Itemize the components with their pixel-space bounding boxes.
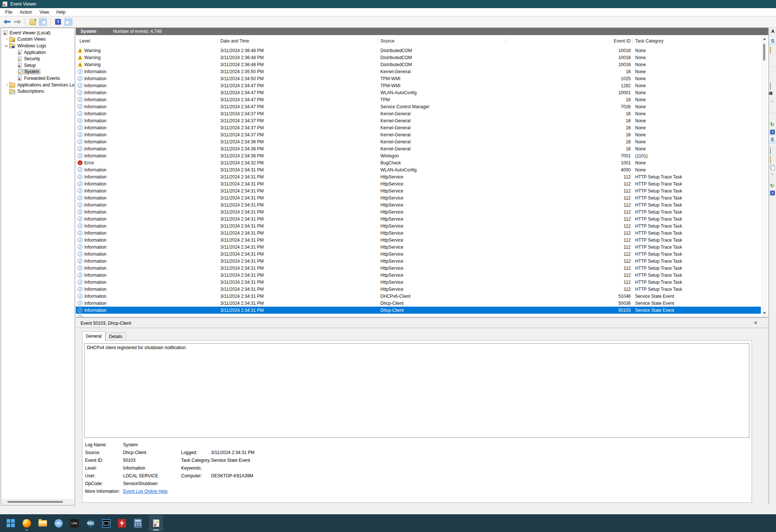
sidebar-item-windows-logs[interactable]: Windows Logs: [1, 42, 75, 49]
event-row[interactable]: !Warning3/11/2024 2:36:48 PMDistributedC…: [76, 61, 761, 68]
actions-section-system[interactable]: S: [769, 37, 776, 45]
event-row[interactable]: iInformation3/11/2024 2:34:31 PMWLAN-Aut…: [76, 166, 761, 173]
tree-horizontal-scrollbar[interactable]: [1, 499, 74, 505]
help-icon[interactable]: ?: [770, 191, 776, 196]
save-selected-events-icon[interactable]: [770, 173, 776, 179]
find-icon[interactable]: [770, 92, 776, 97]
sidebar-item-system[interactable]: System: [1, 69, 75, 75]
event-log-online-help-link[interactable]: Event Log Online Help: [123, 488, 167, 495]
menu-file[interactable]: File: [1, 8, 16, 16]
sidebar-item-forwarded-events[interactable]: Forwarded Events: [1, 75, 75, 82]
forward-button[interactable]: [13, 18, 21, 26]
open-saved-log-button[interactable]: [28, 18, 37, 26]
event-row[interactable]: iInformation3/11/2024 2:34:47 PMService …: [76, 103, 761, 110]
event-row[interactable]: !Warning3/11/2024 2:36:48 PMDistributedC…: [76, 47, 761, 54]
refresh-icon[interactable]: ↻: [770, 182, 776, 188]
event-row[interactable]: iInformation3/11/2024 2:34:50 PMTPM-WMI1…: [76, 75, 761, 82]
event-row[interactable]: iInformation3/11/2024 2:34:36 PMKernel-G…: [76, 145, 761, 152]
chevron-right-icon[interactable]: [4, 82, 9, 88]
sidebar-item-security[interactable]: Security: [1, 55, 75, 62]
event-row[interactable]: !Error3/11/2024 2:34:32 PMBugCheck1001No…: [76, 159, 761, 166]
menu-help[interactable]: Help: [53, 8, 70, 16]
attach-task-icon[interactable]: [770, 156, 776, 162]
event-row[interactable]: iInformation3/11/2024 2:34:37 PMKernel-G…: [76, 131, 761, 138]
event-row[interactable]: iInformation3/11/2024 2:34:36 PMKernel-G…: [76, 138, 761, 145]
help-button[interactable]: ?: [54, 18, 62, 26]
sidebar-item-applications-and-services-lo[interactable]: Applications and Services Lo: [1, 82, 75, 88]
event-row[interactable]: iInformation3/11/2024 2:34:37 PMKernel-G…: [76, 110, 761, 117]
refresh-icon[interactable]: ↻: [770, 121, 776, 126]
event-row[interactable]: iInformation3/11/2024 2:34:31 PMHttpServ…: [76, 180, 761, 187]
taskbar-firefox-button[interactable]: [22, 515, 31, 531]
event-row[interactable]: iInformation3/11/2024 2:34:31 PMDhcp-Cli…: [76, 300, 761, 307]
scroll-up-icon[interactable]: [761, 36, 767, 42]
event-row[interactable]: iInformation3/11/2024 2:34:37 PMKernel-G…: [76, 124, 761, 131]
event-row[interactable]: iInformation3/11/2024 2:34:31 PMHttpServ…: [76, 222, 761, 229]
menu-view[interactable]: View: [36, 8, 53, 16]
event-row[interactable]: iInformation3/11/2024 2:35:50 PMKernel-G…: [76, 68, 761, 75]
taskbar-qbittorrent-button[interactable]: qb: [54, 515, 63, 531]
taskbar-ableton-live-button[interactable]: Live: [70, 515, 79, 531]
event-row[interactable]: iInformation3/11/2024 2:34:47 PMTPM18Non…: [76, 96, 761, 103]
help-icon[interactable]: ?: [770, 130, 776, 135]
taskbar-start-button[interactable]: [6, 515, 16, 531]
event-row[interactable]: !Warning3/11/2024 2:36:48 PMDistributedC…: [76, 54, 761, 61]
chevron-down-icon[interactable]: [4, 43, 9, 48]
column-header-level[interactable]: Level: [76, 35, 217, 47]
column-header-task-category[interactable]: Task Category: [633, 35, 768, 47]
event-row[interactable]: iInformation3/11/2024 2:34:31 PMHttpServ…: [76, 265, 761, 272]
event-row[interactable]: iInformation3/11/2024 2:34:31 PMHttpServ…: [76, 201, 761, 208]
event-row[interactable]: iInformation3/11/2024 2:34:31 PMHttpServ…: [76, 173, 761, 180]
sidebar-item-application[interactable]: Application: [1, 49, 75, 56]
event-row[interactable]: iInformation3/11/2024 2:34:31 PMHttpServ…: [76, 258, 761, 265]
toggle-action-pane-button[interactable]: [64, 18, 72, 26]
properties-icon[interactable]: [770, 83, 776, 89]
event-row[interactable]: iInformation3/11/2024 2:34:31 PMHttpServ…: [76, 279, 761, 286]
event-row[interactable]: iInformation3/11/2024 2:34:31 PMHttpServ…: [76, 236, 761, 243]
taskbar-file-explorer-button[interactable]: [38, 515, 47, 531]
taskbar-lightning-app-button[interactable]: [117, 515, 127, 531]
back-button[interactable]: [3, 18, 11, 26]
event-row[interactable]: iInformation3/11/2024 2:34:31 PMHttpServ…: [76, 229, 761, 236]
create-custom-view-icon[interactable]: [770, 55, 776, 61]
taskbar-audio-app-button[interactable]: [85, 515, 95, 531]
event-row[interactable]: iInformation3/11/2024 2:34:31 PMDHCPv6-C…: [76, 293, 761, 300]
scrollbar-thumb[interactable]: [763, 44, 765, 61]
event-properties-icon[interactable]: [770, 148, 776, 153]
event-row[interactable]: iInformation3/11/2024 2:34:31 PMHttpServ…: [76, 215, 761, 222]
sidebar-item-event-viewer-local-[interactable]: Event Viewer (Local): [1, 30, 75, 36]
toggle-console-tree-button[interactable]: [39, 18, 47, 26]
column-header-event-id[interactable]: Event ID: [506, 35, 633, 47]
taskbar-event-viewer-button[interactable]: [149, 515, 163, 531]
sidebar-item-custom-views[interactable]: Custom Views: [1, 36, 75, 43]
taskbar-video-app-button[interactable]: [101, 515, 111, 531]
event-list-scrollbar[interactable]: [761, 35, 767, 317]
event-row[interactable]: iInformation3/11/2024 2:34:31 PMHttpServ…: [76, 243, 761, 250]
save-events-icon[interactable]: [770, 100, 776, 106]
tab-general[interactable]: General: [82, 331, 105, 341]
close-icon[interactable]: [753, 320, 759, 326]
event-row[interactable]: iInformation3/11/2024 2:34:31 PMHttpServ…: [76, 208, 761, 215]
filter-current-log-icon[interactable]: [770, 75, 776, 80]
event-row[interactable]: iInformation3/11/2024 2:34:31 PMHttpServ…: [76, 272, 761, 279]
event-row[interactable]: iInformation3/11/2024 2:34:37 PMKernel-G…: [76, 117, 761, 124]
taskbar-calculator-button[interactable]: [133, 515, 143, 531]
event-row[interactable]: iInformation3/11/2024 2:34:31 PMDhcp-Cli…: [76, 307, 761, 314]
menu-action[interactable]: Action: [16, 8, 35, 16]
column-header-date-and-time[interactable]: Date and Time: [217, 35, 378, 47]
event-row[interactable]: iInformation3/11/2024 2:34:31 PMHttpServ…: [76, 194, 761, 201]
event-row[interactable]: iInformation3/11/2024 2:34:31 PMHttpServ…: [76, 286, 761, 293]
event-row[interactable]: iInformation3/11/2024 2:34:36 PMWinlogon…: [76, 152, 761, 159]
sidebar-item-setup[interactable]: Setup: [1, 62, 75, 69]
chevron-right-icon[interactable]: [4, 37, 9, 42]
scroll-down-icon[interactable]: [761, 310, 767, 316]
column-header-source[interactable]: Source: [378, 35, 506, 47]
actions-section-event[interactable]: E: [769, 135, 776, 143]
event-row[interactable]: iInformation3/11/2024 2:34:47 PMTPM-WMI1…: [76, 82, 761, 89]
event-row[interactable]: iInformation3/11/2024 2:34:31 PMHttpServ…: [76, 250, 761, 258]
event-row[interactable]: iInformation3/11/2024 2:34:31 PMHttpServ…: [76, 187, 761, 194]
tab-details[interactable]: Details: [105, 332, 126, 341]
event-row[interactable]: i: [76, 314, 761, 317]
scrollbar-thumb[interactable]: [7, 501, 63, 503]
open-saved-log-icon[interactable]: [770, 47, 776, 52]
